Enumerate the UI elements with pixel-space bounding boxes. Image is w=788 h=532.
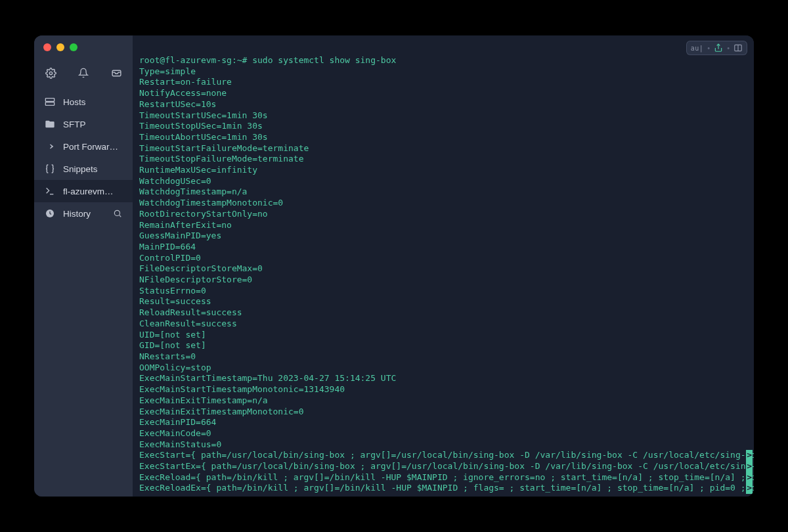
clock-icon xyxy=(45,208,55,219)
nav-hosts[interactable]: Hosts xyxy=(34,91,133,113)
terminal-line: NRestarts=0 xyxy=(139,351,754,363)
terminal-line: ExecMainCode=0 xyxy=(139,428,754,439)
nav-label: fl-azurevm… xyxy=(63,187,114,196)
inbox-button[interactable] xyxy=(110,67,122,79)
prompt: root@fl-azurevm-sg:~# xyxy=(139,55,252,65)
terminal-line: TimeoutStartUSec=1min 30s xyxy=(139,110,754,122)
sidebar-top-icons xyxy=(34,62,133,91)
bell-icon xyxy=(78,68,89,78)
terminal-toolbar: au| • • xyxy=(686,41,747,55)
terminal-line: Result=success xyxy=(139,296,754,307)
nav-snippets[interactable]: Snippets xyxy=(34,158,133,180)
terminal-line: ExecReload={ path=/bin/kill ; argv[]=/bi… xyxy=(139,472,754,483)
terminal-line: Restart=on-failure xyxy=(139,77,754,88)
inbox-icon xyxy=(111,68,122,79)
braces-icon xyxy=(45,164,55,174)
terminal-line: Type=simple xyxy=(139,66,754,78)
nav-label: Port Forwarding xyxy=(63,142,122,152)
split-pane-button[interactable] xyxy=(733,43,743,53)
terminal-line: WatchdogUSec=0 xyxy=(139,176,754,187)
terminal-line: ControlPID=0 xyxy=(139,253,754,264)
maximize-window-button[interactable] xyxy=(70,43,77,51)
terminal-line: ExecMainStatus=0 xyxy=(139,439,754,451)
terminal-line: TimeoutStopFailureMode=terminate xyxy=(139,154,754,165)
nav-session-fl-azurevm[interactable]: fl-azurevm… xyxy=(34,180,133,202)
terminal-line: WatchdogTimestampMonotonic=0 xyxy=(139,198,754,209)
share-button[interactable] xyxy=(714,43,723,53)
terminal-line: RuntimeMaxUSec=infinity xyxy=(139,165,754,176)
terminal-line: TimeoutStartFailureMode=terminate xyxy=(139,143,754,154)
nav-label: SFTP xyxy=(63,120,86,129)
command: sudo systemctl show sing-box xyxy=(252,55,396,65)
split-icon xyxy=(733,43,743,53)
sidebar: Hosts SFTP Port Forwarding Snippets fl-a xyxy=(34,35,133,497)
close-window-button[interactable] xyxy=(43,43,51,51)
terminal-line: MainPID=664 xyxy=(139,242,754,253)
terminal-line: UID=[not set] xyxy=(139,330,754,341)
notifications-button[interactable] xyxy=(77,67,89,79)
terminal-pane[interactable]: au| • • root@fl-azurevm-sg:~# sudo syste… xyxy=(133,35,754,497)
svg-rect-3 xyxy=(45,102,54,106)
search-history-button[interactable] xyxy=(113,209,122,218)
terminal-line: ExecMainStartTimestamp=Thu 2023-04-27 15… xyxy=(139,373,754,384)
terminal-line: OOMPolicy=stop xyxy=(139,363,754,374)
nav-label: History xyxy=(63,209,91,219)
arrow-right-icon xyxy=(45,141,55,152)
terminal-line: GID=[not set] xyxy=(139,340,754,351)
window-controls xyxy=(43,43,77,51)
terminal-icon xyxy=(45,186,55,196)
terminal-line: StatusErrno=0 xyxy=(139,286,754,297)
nav-label: Snippets xyxy=(63,164,98,174)
terminal-line: root@fl-azurevm-sg:~# sudo systemctl sho… xyxy=(139,55,754,66)
terminal-line: ExecMainExitTimestamp=n/a xyxy=(139,395,754,407)
terminal-line: ReloadResult=success xyxy=(139,307,754,319)
terminal-line: RestartUSec=10s xyxy=(139,99,754,110)
svg-point-8 xyxy=(114,210,120,215)
terminal-line: RemainAfterExit=no xyxy=(139,220,754,231)
terminal-line: ExecReloadEx={ path=/bin/kill ; argv[]=/… xyxy=(139,483,754,494)
svg-point-0 xyxy=(49,72,52,74)
terminal-line: TimeoutAbortUSec=1min 30s xyxy=(139,132,754,143)
toolbar-indicator: au| xyxy=(691,45,704,52)
terminal-line: ExecMainStartTimestampMonotonic=13143940 xyxy=(139,384,754,395)
nav-label: Hosts xyxy=(63,97,86,107)
terminal-line: NFileDescriptorStore=0 xyxy=(139,275,754,286)
terminal-line: GuessMainPID=yes xyxy=(139,231,754,242)
terminal-line: TimeoutStopUSec=1min 30s xyxy=(139,121,754,132)
terminal-line: RootDirectoryStartOnly=no xyxy=(139,209,754,220)
settings-button[interactable] xyxy=(45,67,56,79)
terminal-output[interactable]: root@fl-azurevm-sg:~# sudo systemctl sho… xyxy=(139,55,754,497)
search-icon xyxy=(113,209,122,218)
svg-rect-2 xyxy=(45,99,54,102)
terminal-line: WatchdogTimestamp=n/a xyxy=(139,187,754,198)
svg-line-9 xyxy=(120,215,121,217)
nav-sftp[interactable]: SFTP xyxy=(34,113,133,135)
nav-history[interactable]: History xyxy=(34,202,133,225)
terminal-line: NotifyAccess=none xyxy=(139,88,754,99)
terminal-line: FileDescriptorStoreMax=0 xyxy=(139,263,754,275)
terminal-line: ExecMainPID=664 xyxy=(139,417,754,428)
minimize-window-button[interactable] xyxy=(56,43,64,51)
terminal-line: CleanResult=success xyxy=(139,319,754,330)
share-icon xyxy=(714,43,723,53)
terminal-line: ExecMainExitTimestampMonotonic=0 xyxy=(139,407,754,418)
gear-icon xyxy=(45,68,56,79)
app-window: Hosts SFTP Port Forwarding Snippets fl-a xyxy=(34,35,754,497)
nav-port-forwarding[interactable]: Port Forwarding xyxy=(34,135,133,158)
folder-icon xyxy=(45,119,55,129)
server-icon xyxy=(45,97,55,107)
terminal-line: ExecStartEx={ path=/usr/local/bin/sing-b… xyxy=(139,461,754,472)
terminal-line: ExecStart={ path=/usr/local/bin/sing-box… xyxy=(139,450,754,461)
